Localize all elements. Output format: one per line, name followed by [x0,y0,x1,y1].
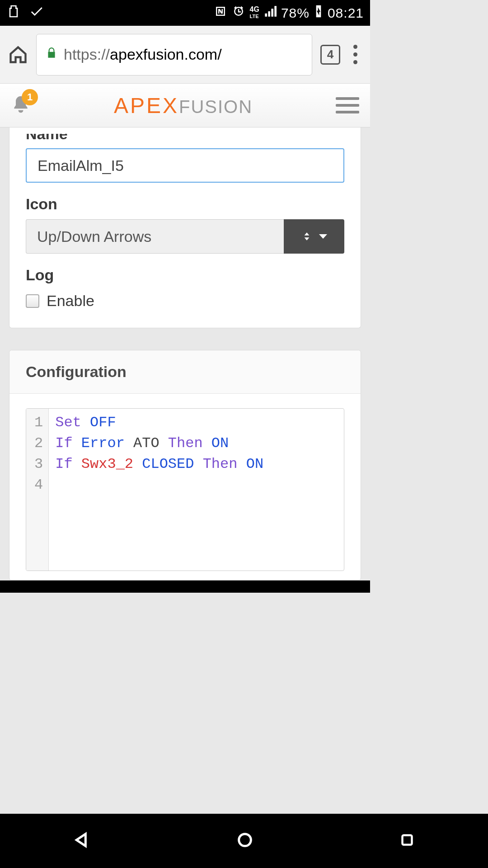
screenshot-icon [6,4,21,22]
icon-select-value: Up/Down Arrows [26,219,284,254]
apexfusion-logo[interactable]: APEXFUSION [114,93,253,118]
log-field-label: Log [26,266,344,284]
menu-button[interactable] [336,97,359,113]
log-enable-label: Enable [47,292,94,310]
name-input[interactable] [26,148,344,183]
nfc-icon [214,5,227,21]
log-enable-checkbox[interactable] [26,294,39,308]
configuration-card: Configuration 1234 Set OFFIf Error ATO T… [9,350,361,580]
icon-field-label: Icon [26,195,344,213]
code-editor[interactable]: 1234 Set OFFIf Error ATO Then ONIf Swx3_… [26,408,344,571]
browser-toolbar: https://apexfusion.com/ 4 [0,26,370,84]
clock-text: 08:21 [328,5,364,21]
checkmark-icon [29,4,44,22]
notification-count-badge: 1 [22,89,38,105]
code-area[interactable]: Set OFFIf Error ATO Then ONIf Swx3_2 CLO… [49,409,270,571]
nav-gap [0,580,370,593]
battery-percentage: 78% [281,5,310,21]
icon-select[interactable]: Up/Down Arrows [26,219,344,254]
network-4g-lte-icon: 4GLTE [250,6,259,19]
lock-icon [46,46,57,63]
code-gutter: 1234 [26,409,49,571]
updown-arrows-icon [301,231,313,242]
chevron-down-icon [319,234,327,239]
notifications-button[interactable]: 1 [11,94,31,116]
signal-icon [264,5,277,21]
icon-select-toggle[interactable] [284,219,344,254]
name-field-label: Name [26,134,344,142]
app-header: 1 APEXFUSION [0,84,370,127]
url-bar[interactable]: https://apexfusion.com/ [36,34,312,75]
battery-charging-icon [314,4,323,22]
url-text: https://apexfusion.com/ [64,46,222,63]
android-status-bar: 4GLTE 78% 08:21 [0,0,370,26]
settings-card: Name Icon Up/Down Arrows Log Enable [9,127,361,328]
browser-menu-button[interactable] [348,45,362,64]
home-button[interactable] [8,45,28,65]
tabs-button[interactable]: 4 [320,45,340,65]
configuration-header: Configuration [9,350,361,394]
alarm-icon [232,5,245,21]
page-content: Name Icon Up/Down Arrows Log Enable Conf… [0,127,370,580]
